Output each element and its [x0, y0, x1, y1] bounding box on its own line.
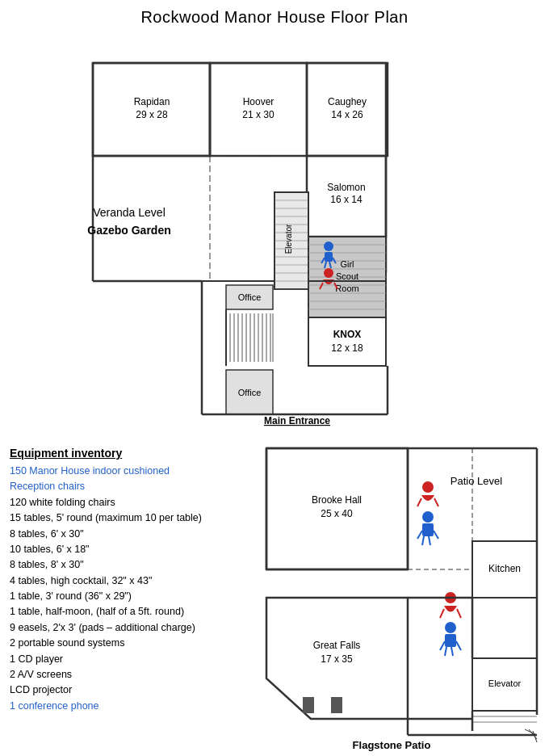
- svg-point-51: [324, 242, 333, 251]
- svg-rect-112: [303, 697, 314, 713]
- svg-text:Kitchen: Kitchen: [488, 563, 521, 574]
- svg-line-122: [451, 647, 453, 656]
- svg-line-115: [440, 609, 444, 618]
- svg-text:Office: Office: [238, 388, 262, 397]
- svg-text:Girl: Girl: [340, 259, 354, 269]
- svg-text:Elevator: Elevator: [284, 224, 293, 254]
- svg-text:Elevator: Elevator: [488, 678, 522, 688]
- svg-point-117: [445, 622, 456, 633]
- patio-floor-plan: Brooke Hall 25 x 40 Patio Level Kitchen: [250, 440, 549, 755]
- svg-text:Great Falls: Great Falls: [313, 640, 361, 651]
- svg-text:17 x 35: 17 x 35: [321, 653, 353, 665]
- svg-line-95: [417, 531, 422, 539]
- svg-line-98: [429, 536, 430, 545]
- svg-text:Flagstone Patio: Flagstone Patio: [353, 739, 431, 751]
- svg-text:Salomon: Salomon: [327, 182, 365, 193]
- svg-line-97: [422, 536, 424, 545]
- svg-text:14 x 26: 14 x 26: [331, 109, 363, 120]
- svg-rect-113: [331, 697, 342, 713]
- svg-line-121: [445, 647, 446, 656]
- svg-text:Patio Level: Patio Level: [451, 475, 502, 487]
- svg-text:21 x 30: 21 x 30: [242, 109, 274, 120]
- svg-line-92: [434, 498, 438, 506]
- svg-rect-118: [445, 634, 456, 647]
- svg-text:12 x 18: 12 x 18: [331, 342, 363, 354]
- svg-point-57: [324, 268, 333, 278]
- svg-rect-52: [325, 252, 333, 262]
- svg-text:Room: Room: [335, 284, 358, 293]
- svg-text:Gazebo Garden: Gazebo Garden: [87, 224, 170, 237]
- svg-text:Scout: Scout: [336, 271, 358, 281]
- svg-text:Veranda Level: Veranda Level: [93, 206, 166, 219]
- svg-rect-94: [422, 523, 434, 536]
- svg-line-120: [456, 641, 461, 650]
- equipment-panel: Equipment inventory 150 Manor House indo…: [0, 440, 250, 755]
- svg-rect-60: [308, 317, 386, 366]
- svg-text:16 x 14: 16 x 14: [330, 194, 363, 205]
- svg-point-93: [422, 511, 434, 523]
- svg-text:Office: Office: [238, 292, 262, 302]
- svg-text:Brooke Hall: Brooke Hall: [312, 494, 362, 506]
- svg-text:25 x 40: 25 x 40: [321, 508, 353, 519]
- svg-line-119: [440, 641, 445, 650]
- svg-text:Rapidan: Rapidan: [134, 96, 170, 107]
- page-title: Rockwood Manor House Floor Plan: [0, 0, 549, 27]
- svg-line-137: [533, 731, 537, 742]
- equipment-list: 150 Manor House indoor cushionedReceptio…: [10, 464, 241, 714]
- svg-text:29 x 28: 29 x 28: [136, 109, 168, 120]
- svg-point-90: [422, 481, 434, 493]
- svg-line-91: [417, 498, 421, 506]
- bottom-section: Equipment inventory 150 Manor House indo…: [0, 440, 549, 755]
- equipment-title: Equipment inventory: [10, 447, 241, 460]
- svg-text:KNOX: KNOX: [333, 329, 362, 340]
- svg-text:Main Entrance: Main Entrance: [264, 415, 330, 426]
- svg-line-116: [457, 609, 461, 618]
- svg-text:Hoover: Hoover: [243, 96, 274, 107]
- veranda-floor-plan: Rapidan 29 x 28 Hoover 21 x 30 Caughey 1…: [0, 31, 549, 459]
- svg-line-96: [434, 531, 438, 539]
- svg-text:Caughey: Caughey: [328, 96, 367, 107]
